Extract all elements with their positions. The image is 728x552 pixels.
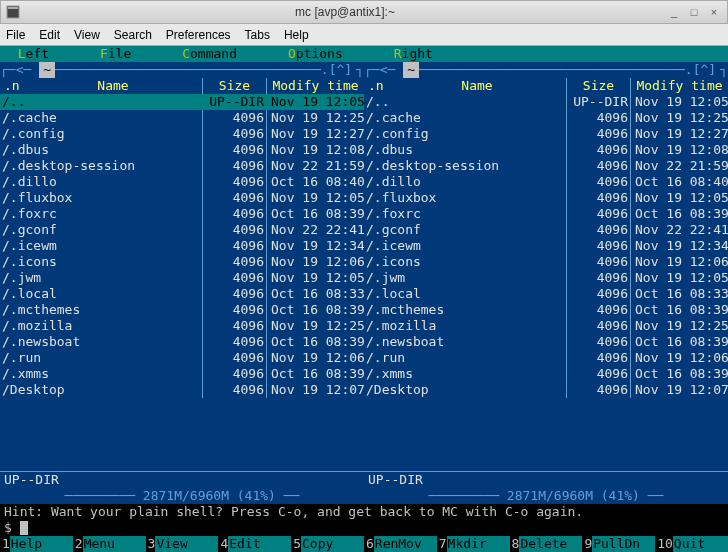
table-row[interactable]: /.jwm4096Nov 19 12:05 bbox=[0, 270, 364, 286]
file-name: /.config bbox=[0, 126, 202, 142]
col-sort-dot[interactable]: .n bbox=[364, 78, 388, 94]
file-size: 4096 bbox=[202, 222, 266, 238]
col-sort-dot[interactable]: .n bbox=[0, 78, 24, 94]
menu-tabs[interactable]: Tabs bbox=[245, 28, 270, 42]
table-row[interactable]: /.icons4096Nov 19 12:06 bbox=[0, 254, 364, 270]
mc-menu-file[interactable]: File bbox=[98, 46, 133, 62]
table-row[interactable]: /.dbus4096Nov 19 12:08 bbox=[364, 142, 728, 158]
col-size[interactable]: Size bbox=[202, 78, 266, 94]
table-row[interactable]: /Desktop4096Nov 19 12:07 bbox=[364, 382, 728, 398]
window-titlebar: mc [avp@antix1]:~ _ □ × bbox=[0, 0, 728, 24]
shell-prompt[interactable]: $ bbox=[0, 520, 728, 536]
table-row[interactable]: /.mozilla4096Nov 19 12:25 bbox=[0, 318, 364, 334]
table-row[interactable]: /.fluxbox4096Nov 19 12:05 bbox=[364, 190, 728, 206]
fkey-renmov[interactable]: 6RenMov bbox=[364, 536, 437, 552]
mc-menu-command[interactable]: Command bbox=[180, 46, 239, 62]
fkey-quit[interactable]: 10Quit bbox=[655, 536, 728, 552]
table-row[interactable]: /.icons4096Nov 19 12:06 bbox=[364, 254, 728, 270]
file-mtime: Oct 16 08:39 bbox=[630, 302, 728, 318]
file-size: 4096 bbox=[566, 382, 630, 398]
table-row[interactable]: /.dbus4096Nov 19 12:08 bbox=[0, 142, 364, 158]
col-name[interactable]: Name bbox=[388, 78, 566, 94]
file-mtime: Oct 16 08:39 bbox=[630, 206, 728, 222]
table-row[interactable]: /.dillo4096Oct 16 08:40 bbox=[364, 174, 728, 190]
table-row[interactable]: /.mcthemes4096Oct 16 08:39 bbox=[0, 302, 364, 318]
table-row[interactable]: /.newsboat4096Oct 16 08:39 bbox=[364, 334, 728, 350]
table-row[interactable]: /.cache4096Nov 19 12:25 bbox=[364, 110, 728, 126]
maximize-button[interactable]: □ bbox=[685, 4, 703, 20]
table-row[interactable]: /.gconf4096Nov 22 22:41 bbox=[364, 222, 728, 238]
table-row[interactable]: /.newsboat4096Oct 16 08:39 bbox=[0, 334, 364, 350]
table-row[interactable]: /..UP--DIRNov 19 12:05 bbox=[0, 94, 364, 110]
table-row[interactable]: /.config4096Nov 19 12:27 bbox=[0, 126, 364, 142]
fkey-edit[interactable]: 4Edit bbox=[218, 536, 291, 552]
table-row[interactable]: /.run4096Nov 19 12:06 bbox=[0, 350, 364, 366]
menu-preferences[interactable]: Preferences bbox=[166, 28, 231, 42]
menu-help[interactable]: Help bbox=[284, 28, 309, 42]
menu-file[interactable]: File bbox=[6, 28, 25, 42]
file-mtime: Nov 22 21:59 bbox=[266, 158, 364, 174]
table-row[interactable]: /.foxrc4096Oct 16 08:39 bbox=[364, 206, 728, 222]
file-size: 4096 bbox=[566, 286, 630, 302]
file-mtime: Oct 16 08:40 bbox=[266, 174, 364, 190]
menu-edit[interactable]: Edit bbox=[39, 28, 60, 42]
mc-menu-right[interactable]: Right bbox=[392, 46, 435, 62]
table-row[interactable]: /.local4096Oct 16 08:33 bbox=[364, 286, 728, 302]
file-name: /.mcthemes bbox=[364, 302, 566, 318]
table-row[interactable]: /.mozilla4096Nov 19 12:25 bbox=[364, 318, 728, 334]
file-list[interactable]: /..UP--DIRNov 19 12:05/.cache4096Nov 19 … bbox=[0, 94, 364, 471]
panel-sort-indicator[interactable]: .[^] bbox=[321, 62, 352, 78]
fkey-pulldn[interactable]: 9PullDn bbox=[582, 536, 655, 552]
file-name: /.local bbox=[0, 286, 202, 302]
fkey-menu[interactable]: 2Menu bbox=[73, 536, 146, 552]
fkey-view[interactable]: 3View bbox=[146, 536, 219, 552]
table-row[interactable]: /.foxrc4096Oct 16 08:39 bbox=[0, 206, 364, 222]
file-name: /.desktop-session bbox=[0, 158, 202, 174]
col-mtime[interactable]: Modify time bbox=[266, 78, 364, 94]
file-name: /.mozilla bbox=[0, 318, 202, 334]
panel-sort-indicator[interactable]: .[^] bbox=[685, 62, 716, 78]
file-mtime: Oct 16 08:33 bbox=[266, 286, 364, 302]
table-row[interactable]: /.cache4096Nov 19 12:25 bbox=[0, 110, 364, 126]
table-row[interactable]: /.gconf4096Nov 22 22:41 bbox=[0, 222, 364, 238]
table-row[interactable]: /.local4096Oct 16 08:33 bbox=[0, 286, 364, 302]
col-mtime[interactable]: Modify time bbox=[630, 78, 728, 94]
table-row[interactable]: /.icewm4096Nov 19 12:34 bbox=[0, 238, 364, 254]
panel-path[interactable]: ~ bbox=[403, 62, 419, 78]
table-row[interactable]: /.config4096Nov 19 12:27 bbox=[364, 126, 728, 142]
left-panel[interactable]: ┌─<─ ~ ─────────────────────────────────… bbox=[0, 62, 364, 504]
panel-path[interactable]: ~ bbox=[39, 62, 55, 78]
col-size[interactable]: Size bbox=[566, 78, 630, 94]
close-button[interactable]: × bbox=[705, 4, 723, 20]
col-name[interactable]: Name bbox=[24, 78, 202, 94]
fkey-delete[interactable]: 8Delete bbox=[510, 536, 583, 552]
file-size: 4096 bbox=[202, 142, 266, 158]
mc-menu-options[interactable]: Options bbox=[286, 46, 345, 62]
fkey-copy[interactable]: 5Copy bbox=[291, 536, 364, 552]
file-size: 4096 bbox=[202, 270, 266, 286]
table-row[interactable]: /.run4096Nov 19 12:06 bbox=[364, 350, 728, 366]
table-row[interactable]: /.desktop-session4096Nov 22 21:59 bbox=[364, 158, 728, 174]
menu-view[interactable]: View bbox=[74, 28, 100, 42]
file-list[interactable]: /..UP--DIRNov 19 12:05/.cache4096Nov 19 … bbox=[364, 94, 728, 471]
minimize-button[interactable]: _ bbox=[665, 4, 683, 20]
table-row[interactable]: /.desktop-session4096Nov 22 21:59 bbox=[0, 158, 364, 174]
fkey-mkdir[interactable]: 7Mkdir bbox=[437, 536, 510, 552]
fkey-help[interactable]: 1Help bbox=[0, 536, 73, 552]
table-row[interactable]: /.mcthemes4096Oct 16 08:39 bbox=[364, 302, 728, 318]
table-row[interactable]: /.jwm4096Nov 19 12:05 bbox=[364, 270, 728, 286]
table-row[interactable]: /.icewm4096Nov 19 12:34 bbox=[364, 238, 728, 254]
table-row[interactable]: /.dillo4096Oct 16 08:40 bbox=[0, 174, 364, 190]
table-row[interactable]: /.fluxbox4096Nov 19 12:05 bbox=[0, 190, 364, 206]
file-name: /.icons bbox=[364, 254, 566, 270]
panel-header: ┌─<─ ~ ─────────────────────────────────… bbox=[0, 62, 364, 78]
table-row[interactable]: /.xmms4096Oct 16 08:39 bbox=[364, 366, 728, 382]
file-mtime: Nov 19 12:06 bbox=[266, 254, 364, 270]
table-row[interactable]: /..UP--DIRNov 19 12:05 bbox=[364, 94, 728, 110]
file-name: /.run bbox=[364, 350, 566, 366]
menu-search[interactable]: Search bbox=[114, 28, 152, 42]
table-row[interactable]: /Desktop4096Nov 19 12:07 bbox=[0, 382, 364, 398]
right-panel[interactable]: ┌─<─ ~ ─────────────────────────────────… bbox=[364, 62, 728, 504]
mc-menu-left[interactable]: Left bbox=[16, 46, 51, 62]
table-row[interactable]: /.xmms4096Oct 16 08:39 bbox=[0, 366, 364, 382]
